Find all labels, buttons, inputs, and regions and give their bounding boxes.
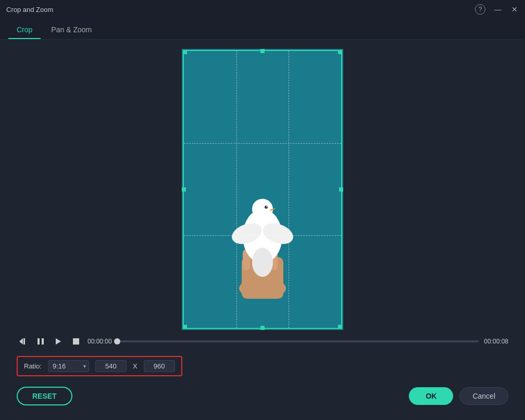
frame-stop-button[interactable] (70, 335, 82, 348)
window-title: Crop and Zoom (6, 6, 53, 14)
svg-rect-17 (42, 338, 44, 345)
bottom-bar: RESET OK Cancel (8, 380, 517, 412)
minimize-button[interactable]: — (494, 5, 502, 14)
svg-point-12 (266, 206, 267, 207)
close-button[interactable]: ✕ (510, 5, 519, 14)
main-content: 00:00:00 00:00:08 Ratio: 9:16 16:9 4:3 1… (0, 40, 525, 420)
tab-bar: Crop Pan & Zoom (0, 19, 525, 40)
svg-point-11 (265, 206, 268, 209)
ok-button[interactable]: OK (409, 387, 453, 405)
seek-bar[interactable] (117, 340, 479, 342)
skip-back-button[interactable] (17, 335, 29, 348)
x-separator: X (133, 362, 138, 370)
svg-marker-18 (56, 338, 61, 345)
seek-thumb[interactable] (114, 338, 120, 345)
stop-button[interactable] (52, 335, 65, 348)
bird-illustration (210, 153, 315, 309)
svg-marker-14 (19, 338, 23, 345)
title-bar-controls: ? — ✕ (475, 4, 519, 15)
play-pause-button[interactable] (34, 335, 47, 348)
ratio-select-wrapper: 9:16 16:9 4:3 1:1 Custom (48, 360, 89, 372)
ratio-label: Ratio: (24, 362, 42, 370)
bottom-right-buttons: OK Cancel (409, 387, 508, 405)
time-current: 00:00:00 (88, 338, 112, 345)
svg-point-10 (252, 199, 273, 220)
reset-button[interactable]: RESET (17, 387, 72, 405)
video-frame (182, 49, 343, 330)
cancel-button[interactable]: Cancel (459, 387, 508, 405)
svg-rect-19 (73, 338, 79, 345)
title-bar-left: Crop and Zoom (6, 6, 53, 14)
ratio-bar: Ratio: 9:16 16:9 4:3 1:1 Custom X (8, 352, 517, 380)
video-canvas[interactable] (182, 49, 343, 330)
width-input[interactable] (95, 360, 127, 372)
time-total: 00:00:08 (484, 338, 508, 345)
height-input[interactable] (144, 360, 175, 372)
svg-rect-16 (38, 338, 40, 345)
ratio-row: Ratio: 9:16 16:9 4:3 1:1 Custom X (17, 356, 182, 376)
tab-pan-zoom[interactable]: Pan & Zoom (43, 21, 100, 39)
video-area (8, 48, 517, 331)
help-button[interactable]: ? (475, 4, 485, 15)
crop-zoom-window: Crop and Zoom ? — ✕ Crop Pan & Zoom (0, 0, 525, 420)
playback-bar: 00:00:00 00:00:08 (8, 331, 517, 352)
title-bar: Crop and Zoom ? — ✕ (0, 0, 525, 19)
svg-rect-15 (23, 338, 25, 345)
tab-crop[interactable]: Crop (8, 21, 41, 39)
ratio-select[interactable]: 9:16 16:9 4:3 1:1 Custom (48, 360, 89, 372)
svg-point-9 (252, 248, 273, 277)
